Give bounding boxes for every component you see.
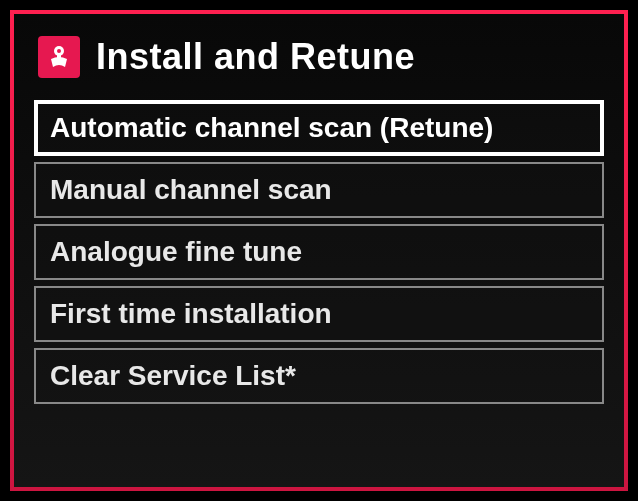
satellite-dish-icon [38, 36, 80, 78]
menu-item-label: Manual channel scan [50, 174, 332, 205]
svg-point-1 [57, 49, 61, 53]
menu-item-label: Automatic channel scan (Retune) [50, 112, 493, 143]
menu-item-auto-scan[interactable]: Automatic channel scan (Retune) [34, 100, 604, 156]
settings-panel: Install and Retune Automatic channel sca… [10, 10, 628, 491]
panel-title: Install and Retune [96, 36, 415, 78]
menu-list: Automatic channel scan (Retune) Manual c… [34, 100, 604, 404]
panel-header: Install and Retune [34, 30, 604, 96]
menu-item-label: Analogue fine tune [50, 236, 302, 267]
menu-item-manual-scan[interactable]: Manual channel scan [34, 162, 604, 218]
menu-item-first-time-install[interactable]: First time installation [34, 286, 604, 342]
menu-item-clear-service-list[interactable]: Clear Service List* [34, 348, 604, 404]
svg-rect-2 [57, 55, 61, 61]
menu-item-label: Clear Service List* [50, 360, 296, 391]
menu-item-analogue-fine-tune[interactable]: Analogue fine tune [34, 224, 604, 280]
menu-item-label: First time installation [50, 298, 332, 329]
